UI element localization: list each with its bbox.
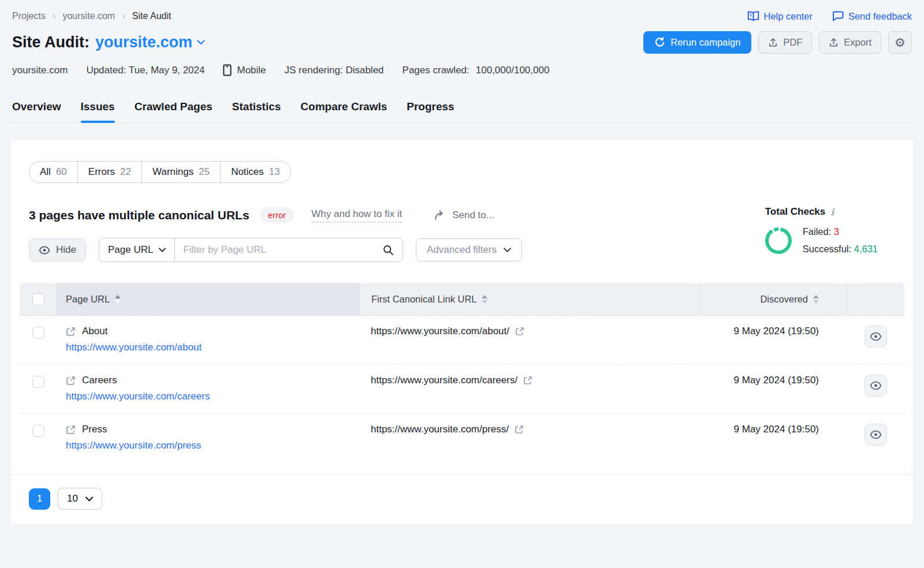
upload-icon [829, 38, 839, 47]
why-how-to-fix-link[interactable]: Why and how to fix it [311, 208, 402, 222]
sort-icon[interactable] [813, 295, 819, 304]
breadcrumb-projects[interactable]: Projects [12, 11, 46, 21]
external-link-icon[interactable] [66, 327, 76, 337]
top-row: Projects › yoursite.com › Site Audit Hel… [10, 9, 914, 22]
filter-notices-count: 13 [269, 166, 280, 178]
table-row: Careers https://www.yoursite.com/careers… [20, 365, 904, 414]
tab-overview[interactable]: Overview [12, 97, 61, 122]
meta-site: yoursite.com [12, 65, 68, 76]
discovered-date: 9 May 2024 (19:50) [699, 414, 847, 463]
filter-warnings[interactable]: Warnings 25 [142, 162, 221, 182]
column-header-canonical[interactable]: First Canonical Link URL [371, 294, 476, 305]
site-selector[interactable]: yoursite.com [95, 33, 205, 51]
pdf-label: PDF [783, 37, 802, 48]
tab-progress[interactable]: Progress [407, 97, 454, 122]
chevron-down-icon [85, 496, 93, 502]
tab-statistics[interactable]: Statistics [232, 97, 281, 122]
search-icon [382, 244, 394, 256]
forward-arrow-icon [434, 210, 446, 220]
pagination: 1 10 [10, 474, 914, 525]
total-checks-title: Total Checks [765, 206, 826, 218]
row-checkbox[interactable] [32, 327, 44, 339]
error-badge: error [260, 207, 295, 223]
filter-errors[interactable]: Errors 22 [78, 162, 142, 182]
export-label: Export [844, 37, 871, 48]
title-actions: Rerun campaign PDF Export ⚙ [643, 31, 912, 54]
meta-pages-crawled: Pages crawled: 100,000/100,000 [403, 65, 550, 76]
advanced-filters-button[interactable]: Advanced filters [416, 238, 522, 261]
checks-donut-chart [764, 226, 793, 255]
hide-row-button[interactable] [865, 375, 887, 397]
discovered-date: 9 May 2024 (19:50) [699, 365, 847, 413]
page-title: Site Audit: [12, 33, 90, 51]
page-1-button[interactable]: 1 [29, 488, 50, 510]
sort-icon[interactable] [115, 295, 121, 304]
table-row: About https://www.yoursite.com/about htt… [20, 316, 904, 365]
hide-button[interactable]: Hide [29, 238, 86, 261]
tab-issues[interactable]: Issues [81, 97, 115, 122]
site-selector-label: yoursite.com [95, 33, 192, 51]
info-icon[interactable]: i [830, 207, 834, 218]
rerun-campaign-button[interactable]: Rerun campaign [643, 31, 751, 54]
table-header: Page URL First Canonical Link URL Discov… [20, 283, 904, 316]
column-header-discovered[interactable]: Discovered [760, 294, 808, 305]
tab-compare-crawls[interactable]: Compare Crawls [300, 97, 387, 122]
search-button[interactable] [374, 238, 403, 261]
table-controls: Hide Page URL [29, 238, 764, 262]
page-url-link[interactable]: https://www.yoursite.com/careers [66, 391, 210, 402]
pages-crawled-label: Pages crawled: [403, 65, 470, 76]
hide-row-button[interactable] [865, 424, 887, 446]
gear-icon: ⚙ [895, 36, 906, 48]
chevron-down-icon [504, 248, 511, 252]
successful-label: Successful: [803, 244, 851, 254]
refresh-icon [654, 37, 665, 48]
page-size-select[interactable]: 10 [58, 488, 102, 510]
filter-all[interactable]: All 60 [29, 162, 78, 182]
title-row: Site Audit: yoursite.com Rerun campaign … [10, 31, 914, 54]
help-center-link[interactable]: Help center [747, 11, 813, 22]
hide-row-button[interactable] [865, 326, 887, 347]
rerun-campaign-label: Rerun campaign [670, 37, 740, 48]
filter-notices[interactable]: Notices 13 [221, 162, 290, 182]
breadcrumb: Projects › yoursite.com › Site Audit [12, 10, 171, 22]
row-checkbox[interactable] [32, 425, 44, 437]
send-feedback-link[interactable]: Send feedback [832, 11, 912, 22]
eye-icon [870, 381, 882, 390]
failed-value: 3 [834, 226, 839, 237]
external-link-icon[interactable] [66, 425, 76, 435]
tab-bar: Overview Issues Crawled Pages Statistics… [10, 97, 914, 123]
total-checks-panel: Total Checks i Failed: 3 [764, 206, 895, 257]
filter-field-label: Page URL [108, 244, 153, 256]
external-link-icon[interactable] [515, 425, 524, 434]
canonical-url-text: https://www.yoursite.com/press/ [371, 424, 509, 435]
external-link-icon[interactable] [515, 327, 524, 336]
settings-button[interactable]: ⚙ [888, 31, 912, 54]
page-title-text: Careers [82, 375, 117, 386]
select-all-checkbox[interactable] [32, 293, 44, 305]
export-button[interactable]: Export [819, 31, 881, 54]
page-url-link[interactable]: https://www.yoursite.com/press [66, 440, 201, 451]
eye-icon [870, 430, 882, 439]
filter-field-selector[interactable]: Page URL [99, 238, 175, 261]
sort-icon[interactable] [482, 295, 487, 304]
successful-checks: Successful: 4,631 [803, 241, 878, 258]
send-to-button[interactable]: Send to... [434, 210, 494, 221]
upload-icon [768, 38, 778, 47]
filter-input[interactable] [175, 238, 374, 261]
row-checkbox[interactable] [32, 376, 44, 388]
breadcrumb-site[interactable]: yoursite.com [62, 11, 115, 21]
pdf-button[interactable]: PDF [758, 31, 812, 54]
campaign-meta: yoursite.com Updated: Tue, May 9, 2024 M… [10, 64, 914, 76]
external-link-icon[interactable] [523, 376, 532, 385]
failed-label: Failed: [803, 226, 832, 237]
page-url-link[interactable]: https://www.yoursite.com/about [66, 342, 202, 353]
tab-crawled-pages[interactable]: Crawled Pages [135, 97, 213, 122]
filter-errors-label: Errors [88, 166, 115, 178]
successful-value: 4,631 [854, 244, 878, 254]
chevron-right-icon: › [53, 10, 56, 22]
external-link-icon[interactable] [66, 376, 76, 386]
breadcrumb-site-audit: Site Audit [132, 11, 172, 21]
column-header-page-url[interactable]: Page URL [66, 294, 110, 305]
issue-title: 3 pages have multiple canonical URLs [29, 208, 249, 222]
hide-label: Hide [56, 244, 76, 256]
